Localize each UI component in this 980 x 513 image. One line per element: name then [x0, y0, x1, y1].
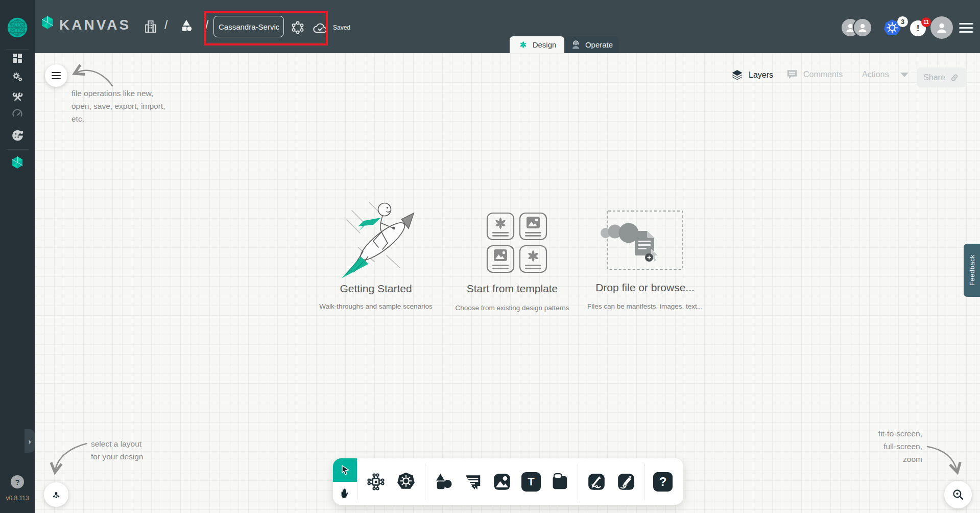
design-canvas[interactable]: file operations like new, open, save, ex… [35, 53, 980, 513]
avatar [853, 18, 872, 37]
help-button[interactable]: ? [11, 475, 24, 488]
sidebar-divider [6, 149, 29, 150]
kubernetes-icon [395, 471, 417, 493]
sidebar-item-configuration[interactable] [0, 88, 35, 103]
sidebar-item-kanvas[interactable] [0, 155, 35, 170]
left-nav-rail: › ? v0.8.113 [0, 0, 35, 513]
getting-started-card[interactable]: Getting Started [299, 283, 452, 295]
collaborators-avatars[interactable] [841, 18, 872, 37]
person-icon [935, 20, 949, 35]
drop-file-subtitle: Files can be manifests, images, text... [563, 302, 727, 310]
chevron-right-icon: › [29, 437, 31, 446]
cloud-saved-icon [312, 20, 328, 35]
template-tile-image-icon [519, 212, 547, 241]
pen-tool[interactable] [586, 472, 607, 492]
design-title-input[interactable] [213, 16, 284, 37]
link-icon [949, 73, 960, 83]
note-tool[interactable] [550, 472, 569, 492]
gears-icon [11, 71, 24, 83]
pencil-scribble-icon [616, 472, 636, 492]
file-operations-annotation: file operations like new, open, save, ex… [71, 87, 165, 125]
extensions-icon [11, 129, 25, 143]
kubernetes-badge: 3 [897, 16, 908, 27]
actions-label: Actions [862, 70, 889, 79]
workspace-breadcrumb[interactable] [178, 17, 195, 36]
tab-design[interactable]: Design [510, 36, 564, 53]
question-icon: ? [659, 475, 667, 489]
pan-tool[interactable] [333, 482, 357, 505]
shapes-tool[interactable] [434, 472, 454, 492]
help-tool-square: ? [653, 472, 673, 492]
comment-bubble-icon [463, 472, 483, 492]
text-tool-square: T [521, 472, 541, 492]
template-tile-pattern-icon [519, 245, 547, 273]
feedback-tab[interactable]: Feedback [964, 244, 980, 297]
sidebar-item-performance[interactable] [0, 107, 35, 120]
app-menu-button[interactable] [959, 20, 973, 35]
kanvas-hexagon-icon [40, 15, 55, 30]
comment-tool[interactable] [463, 472, 483, 492]
sidebar-item-lifecycle[interactable] [0, 69, 35, 84]
layout-selector-button[interactable] [44, 482, 68, 507]
app-header: KANVAS / / [35, 0, 980, 53]
dashboard-icon [11, 52, 23, 64]
sidebar-item-extensions[interactable] [0, 128, 35, 143]
template-preview-grid[interactable] [486, 212, 547, 273]
saved-status-label: Saved [333, 24, 350, 31]
actions-dropdown[interactable]: Actions [862, 70, 909, 79]
kanvas-wordmark: KANVAS [59, 17, 131, 33]
kanvas-logo[interactable] [40, 15, 55, 32]
gauge-icon [11, 107, 23, 120]
template-tile-pattern-icon [486, 212, 515, 241]
design-visibility-button[interactable] [290, 20, 305, 37]
mesh-network-icon [290, 20, 305, 35]
start-from-template-card[interactable]: Start from template [436, 283, 589, 295]
zoom-controls-button[interactable] [944, 481, 972, 508]
comments-button[interactable]: Comments [785, 68, 843, 81]
layers-button[interactable]: Layers [730, 68, 773, 82]
drop-file-zone[interactable] [607, 211, 683, 270]
infrastructure-tools [357, 458, 425, 505]
cursor-arrow-icon [339, 464, 351, 476]
layer5-logo [0, 15, 35, 40]
share-label: Share [923, 73, 945, 82]
note-icon [550, 472, 569, 492]
components-tool[interactable] [366, 472, 386, 492]
layers-icon [730, 68, 744, 82]
menu-bar [959, 31, 973, 33]
image-tool[interactable] [492, 472, 512, 492]
layers-label: Layers [749, 71, 773, 80]
share-button[interactable]: Share [917, 67, 966, 87]
text-tool-glyph: T [528, 475, 534, 488]
cursor-icon [652, 249, 658, 262]
arrow-to-menu [76, 71, 112, 86]
circuit-chip-icon [366, 472, 386, 492]
kubernetes-tool[interactable] [395, 471, 417, 493]
breadcrumb-separator: / [205, 18, 208, 32]
menu-bar [959, 27, 973, 29]
sidebar-expand-handle[interactable]: › [25, 429, 35, 453]
feedback-label: Feedback [968, 254, 976, 286]
drawing-tools [578, 458, 644, 505]
text-tool[interactable]: T [521, 472, 541, 492]
hamburger-icon [52, 71, 61, 81]
kubernetes-context-button[interactable]: 3 [882, 18, 909, 40]
drop-file-card[interactable]: Drop file or browse... [568, 282, 722, 294]
design-tool-palette: T [333, 458, 683, 505]
tab-operate-label: Operate [585, 40, 613, 49]
select-tool[interactable] [333, 458, 357, 482]
arrow-to-zoom [927, 447, 957, 471]
kanvas-hexagon-icon [10, 155, 25, 170]
building-icon [144, 19, 158, 34]
crossed-tools-icon [11, 89, 24, 102]
notifications-button[interactable]: ! 11 [910, 20, 934, 39]
pencil-tool[interactable] [616, 472, 636, 492]
comments-icon [785, 68, 799, 81]
profile-avatar[interactable] [930, 16, 953, 39]
save-status-button[interactable] [312, 20, 328, 37]
help-tool[interactable]: ? [653, 472, 673, 492]
sidebar-item-dashboard[interactable] [0, 51, 35, 65]
tab-operate[interactable]: Operate [564, 36, 619, 53]
canvas-menu-button[interactable] [45, 64, 67, 87]
organization-breadcrumb[interactable] [144, 19, 158, 36]
